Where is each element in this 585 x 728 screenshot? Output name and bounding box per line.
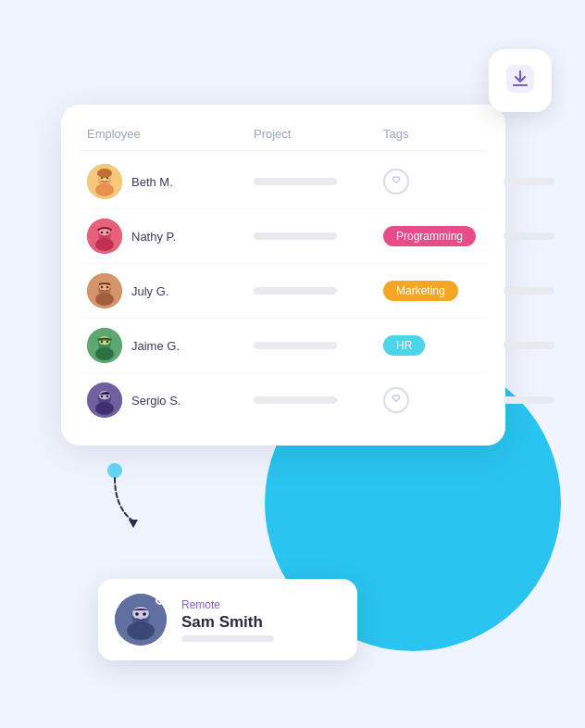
profile-name: Sam Smith	[181, 613, 341, 632]
employee-cell-beth: Beth M.	[87, 164, 254, 199]
employee-cell-jaime: Jaime G.	[87, 328, 254, 363]
avatar-beth	[87, 164, 122, 199]
tag-empty-sergio	[383, 387, 504, 413]
arrow-connector	[106, 461, 161, 535]
emp-name-beth: Beth M.	[131, 175, 173, 189]
svg-point-7	[97, 169, 112, 178]
table-card: Employee Project Tags	[61, 105, 505, 446]
svg-point-31	[101, 395, 103, 397]
scene: Employee Project Tags	[43, 49, 542, 679]
svg-marker-34	[129, 520, 138, 528]
employee-cell-july: July G.	[87, 273, 254, 308]
emp-name-july: July G.	[131, 284, 168, 298]
extra-bar-jaime	[504, 342, 578, 349]
online-dot	[156, 596, 165, 605]
svg-point-32	[106, 395, 108, 397]
table-row: Jaime G. HR	[80, 319, 487, 373]
emp-name-jaime: Jaime G.	[131, 339, 180, 353]
svg-point-13	[106, 232, 108, 233]
extra-bar-nathy	[504, 232, 578, 240]
project-bar-sergio	[254, 396, 383, 404]
employee-cell-nathy: Nathy P.	[87, 219, 254, 254]
extra-bar-july	[504, 287, 578, 295]
table-row: Sergio S.	[80, 373, 487, 427]
tag-marketing: Marketing	[383, 281, 504, 301]
svg-point-25	[106, 341, 108, 343]
tag-hr: HR	[383, 335, 504, 356]
download-icon	[506, 65, 534, 96]
svg-point-3	[95, 183, 114, 196]
svg-point-10	[95, 238, 114, 251]
table-row: Nathy P. Programming	[80, 209, 487, 264]
profile-info: Remote Sam Smith	[181, 598, 341, 642]
tag-empty-beth	[383, 169, 504, 195]
avatar-sergio	[87, 383, 122, 418]
download-button[interactable]	[489, 49, 552, 112]
emp-name-sergio: Sergio S.	[131, 394, 180, 408]
profile-card: Remote Sam Smith	[98, 579, 357, 660]
svg-point-19	[106, 286, 108, 288]
svg-point-40	[143, 612, 146, 616]
col-tags: Tags	[383, 127, 504, 141]
svg-point-39	[135, 612, 139, 616]
col-extra	[504, 127, 578, 141]
profile-avatar	[115, 594, 167, 646]
table-header: Employee Project Tags	[80, 127, 487, 151]
project-bar-nathy	[254, 232, 383, 240]
svg-point-29	[95, 402, 114, 415]
col-employee: Employee	[87, 127, 254, 141]
extra-bar-beth	[504, 178, 578, 185]
svg-point-12	[101, 232, 103, 233]
tag-programming: Programming	[383, 226, 504, 246]
svg-point-33	[107, 463, 122, 478]
avatar-nathy	[87, 219, 122, 254]
svg-point-22	[95, 347, 114, 360]
avatar-july	[87, 273, 122, 308]
svg-point-18	[101, 286, 103, 288]
svg-rect-26	[97, 338, 112, 341]
profile-bar	[181, 635, 274, 642]
svg-point-24	[101, 341, 103, 343]
table-row: July G. Marketing	[80, 264, 487, 319]
svg-point-37	[127, 621, 155, 640]
project-bar-beth	[254, 178, 383, 185]
extra-bar-sergio	[504, 396, 578, 404]
table-row: Beth M.	[80, 155, 487, 209]
emp-name-nathy: Nathy P.	[131, 230, 176, 244]
avatar-jaime	[87, 328, 122, 363]
svg-point-16	[95, 293, 114, 306]
col-project: Project	[254, 127, 383, 141]
project-bar-jaime	[254, 342, 383, 349]
profile-label: Remote	[181, 598, 341, 611]
project-bar-july	[254, 287, 383, 295]
employee-cell-sergio: Sergio S.	[87, 383, 254, 418]
